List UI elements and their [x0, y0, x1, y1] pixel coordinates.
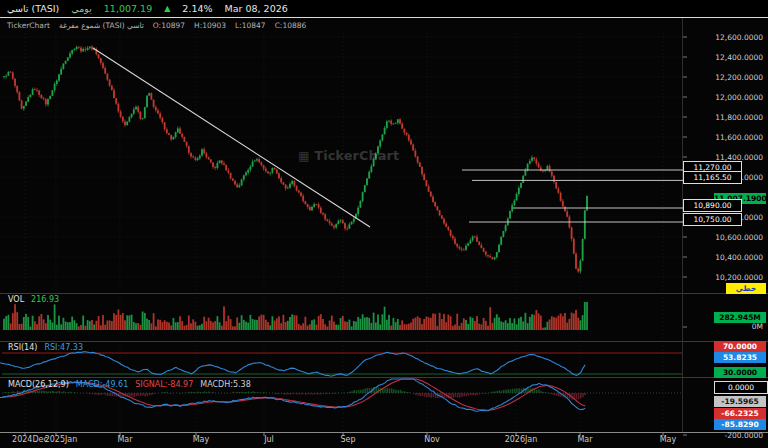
last-price: 11,007.19 — [104, 3, 152, 14]
app-name: TickerChart — [7, 21, 50, 30]
series-label: تاسي (TASI) شموع مفرغة — [59, 21, 144, 30]
up-arrow-icon: ▲ — [164, 4, 170, 13]
macd-hist-badge: -19.5965 — [714, 396, 766, 407]
price-tick-label: 12,000.0000 — [715, 93, 763, 102]
price-tick-label: 10,200.0000 — [715, 273, 763, 282]
price-tick-label: 10,400.0000 — [715, 253, 763, 262]
time-tick-label: Sep — [325, 435, 371, 444]
macd-axis-tick: -200.0000 — [725, 431, 764, 440]
macd-zero-badge: 0.0000 — [714, 381, 768, 394]
level-badge: 11,165.50 — [683, 171, 742, 184]
level-badge: 10,890.00 — [683, 199, 742, 212]
macd-value-badge: -85.8290 — [714, 419, 766, 430]
price-tick-label: 11,600.0000 — [715, 133, 763, 142]
time-tick-label: Mar — [562, 435, 608, 444]
ohlc-close: C:10886 — [275, 21, 307, 30]
time-tick-label: 2026Jan — [498, 435, 544, 444]
tickerchart-window: تاسي (TASI) يومي 11,007.19 ▲ 2.14% Mar 0… — [0, 0, 768, 448]
macd-legend: MACD(26,12,9) MACD:-49.61 SIGNAL:-84.97 … — [8, 380, 251, 389]
tickerchart-logo-icon: ▦ — [298, 149, 309, 163]
price-tick-label: 12,400.0000 — [715, 53, 763, 62]
chart-info-bar: TickerChart تاسي (TASI) شموع مفرغة O:108… — [0, 20, 313, 31]
ohlc-open: O:10897 — [153, 21, 185, 30]
interval-label[interactable]: يومي — [71, 3, 92, 14]
time-tick-label: May — [178, 435, 224, 444]
time-tick-label: 2025Jan — [38, 435, 84, 444]
price-tick-label: 11,800.0000 — [715, 113, 763, 122]
time-tick-label: May — [645, 435, 691, 444]
rsi-legend: RSI(14) RSI:47.33 — [8, 343, 83, 352]
symbol-name: تاسي (TASI) — [7, 3, 59, 14]
session-date: Mar 08, 2026 — [225, 3, 288, 14]
ohlc-high: H:10903 — [194, 21, 226, 30]
ohlc-low: L:10847 — [235, 21, 266, 30]
watermark: ▦ TickerChart — [298, 148, 399, 163]
volume-zero-label: 0M — [752, 322, 763, 331]
rsi-upper-badge: 70.0000 — [714, 341, 766, 352]
price-tick-label: 12,200.0000 — [715, 73, 763, 82]
macd-signal-badge: -66.2325 — [714, 408, 766, 419]
change-percent: 2.14% — [182, 3, 212, 14]
time-tick-label: Mar — [102, 435, 148, 444]
volume-badge: 282.945M — [714, 312, 766, 323]
price-tick-label: 10,600.0000 — [715, 233, 763, 242]
price-tick-label: 12,600.0000 — [715, 33, 763, 42]
rsi-value-badge: 53.8235 — [714, 352, 766, 363]
scale-mode-badge[interactable]: خطي — [726, 283, 766, 294]
header-divider — [0, 17, 768, 18]
ticker-header: تاسي (TASI) يومي 11,007.19 ▲ 2.14% Mar 0… — [0, 0, 768, 17]
rsi-lower-badge: 30.0000 — [714, 367, 766, 378]
volume-legend: VOL 216.93 — [8, 295, 59, 304]
time-tick-label: Nov — [409, 435, 455, 444]
time-tick-label: Jul — [246, 435, 292, 444]
level-badge: 10,750.00 — [683, 213, 742, 226]
